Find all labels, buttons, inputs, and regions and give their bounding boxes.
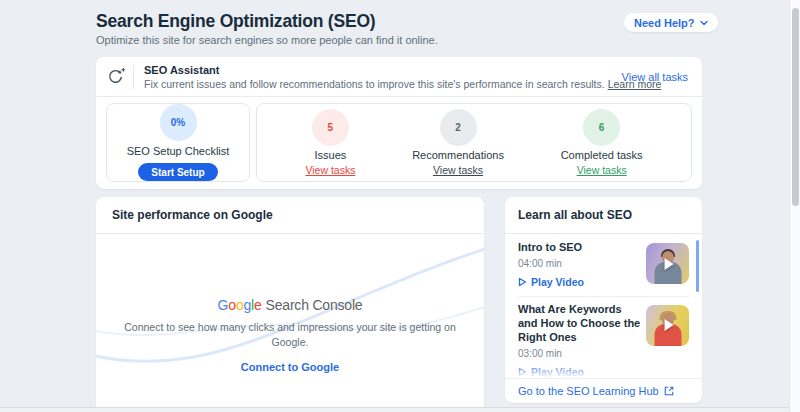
start-setup-button[interactable]: Start Setup [138,163,217,181]
video-duration: 03:00 min [518,348,644,359]
play-video-link[interactable]: Play Video [518,276,644,288]
assistant-description-text: Fix current issues and follow recommenda… [144,78,605,90]
page-scrollbar-thumb[interactable] [792,8,799,206]
completed-label: Completed tasks [561,149,643,161]
completed-stat: 6 Completed tasks View tasks [561,109,643,176]
chevron-down-icon [700,20,708,26]
issues-count-badge: 5 [312,109,349,146]
video-thumbnail[interactable] [646,305,689,346]
assistant-title: SEO Assistant [144,64,622,76]
seo-assistant-icon [106,67,125,86]
play-icon [518,367,527,377]
connect-to-google-link[interactable]: Connect to Google [241,361,339,373]
need-help-button[interactable]: Need Help? [624,13,718,32]
recommendations-count-badge: 2 [440,109,477,146]
window-bottom-edge [0,407,789,412]
video-item-keywords[interactable]: What Are Keywords and How to Choose the … [518,296,689,378]
logo-letter: e [254,297,262,313]
logo-product-name: Search Console [266,297,363,313]
assistant-header: SEO Assistant Fix current issues and fol… [96,57,702,97]
logo-letter: g [243,297,251,313]
page-subtitle: Optimize this site for search engines so… [96,34,438,46]
learn-title: Learn all about SEO [505,197,702,234]
connect-description: Connect to see how many clicks and impre… [118,320,463,350]
video-thumbnail[interactable] [646,243,689,284]
vertical-divider [133,65,134,89]
play-video-label: Play Video [531,276,584,288]
site-performance-card: Site performance on Google GoogleSearch … [96,197,484,412]
need-help-label: Need Help? [634,17,695,29]
video-title: What Are Keywords and How to Choose the … [518,303,644,345]
video-duration: 04:00 min [518,258,644,269]
logo-letter: o [228,297,236,313]
seo-setup-checklist-card: 0% SEO Setup Checklist Start Setup [106,103,250,182]
recommendations-stat: 2 Recommendations View tasks [412,109,504,176]
checklist-label: SEO Setup Checklist [127,145,230,157]
view-all-tasks-link[interactable]: View all tasks [622,71,688,83]
logo-letter: G [218,297,229,313]
video-item-intro-to-seo[interactable]: Intro to SEO 04:00 min Play Video [518,235,689,296]
recommendations-view-tasks-link[interactable]: View tasks [433,164,483,176]
issues-stat: 5 Issues View tasks [305,109,355,176]
seo-assistant-card: SEO Assistant Fix current issues and fol… [96,57,702,189]
recommendations-label: Recommendations [412,149,504,161]
play-overlay-icon [664,258,673,270]
external-link-icon [664,386,674,396]
seo-learning-hub-label: Go to the SEO Learning Hub [518,385,659,397]
issues-label: Issues [314,149,346,161]
page-title: Search Engine Optimization (SEO) [96,11,375,32]
tasks-summary-card: 5 Issues View tasks 2 Recommendations Vi… [256,103,692,182]
performance-body: GoogleSearch Console Connect to see how … [96,235,484,412]
video-title: Intro to SEO [518,241,644,255]
page-scrollbar[interactable] [789,0,800,412]
completed-view-tasks-link[interactable]: View tasks [577,164,627,176]
google-search-console-logo: GoogleSearch Console [96,297,484,313]
video-list: Intro to SEO 04:00 min Play Video What A… [505,235,702,378]
play-video-label: Play Video [531,366,584,378]
learn-seo-card: Learn all about SEO Intro to SEO 04:00 m… [505,197,702,403]
video-list-scrollbar-thumb[interactable] [696,240,699,292]
play-icon [518,277,527,287]
assistant-description: Fix current issues and follow recommenda… [144,78,622,90]
play-overlay-icon [664,319,673,331]
play-video-link[interactable]: Play Video [518,366,644,378]
checklist-progress-badge: 0% [160,104,197,141]
assistant-stats-row: 0% SEO Setup Checklist Start Setup 5 Iss… [106,103,692,182]
issues-view-tasks-link[interactable]: View tasks [305,164,355,176]
performance-title: Site performance on Google [96,197,484,234]
seo-learning-hub-link[interactable]: Go to the SEO Learning Hub [505,378,702,403]
completed-count-badge: 6 [583,109,620,146]
